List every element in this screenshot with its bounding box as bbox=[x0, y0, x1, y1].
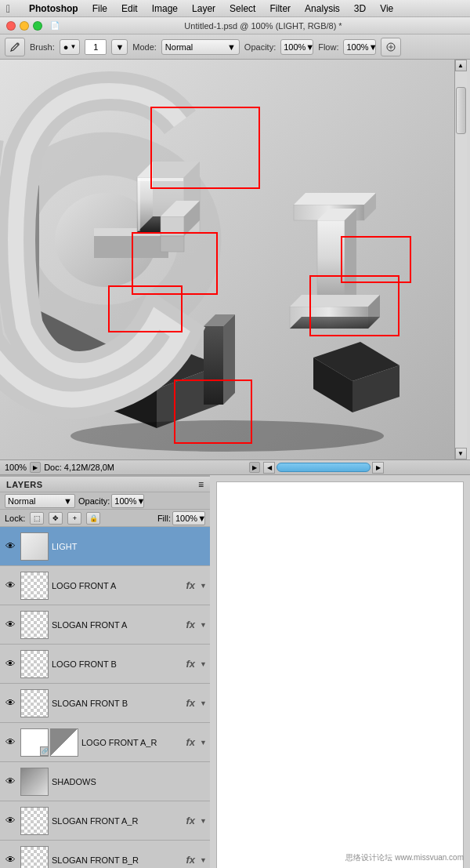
status-arrow-button[interactable]: ▶ bbox=[249, 462, 260, 473]
layer-visibility-toggle[interactable]: 👁 bbox=[3, 735, 17, 750]
maximize-button[interactable] bbox=[33, 21, 42, 31]
scroll-right-arrow[interactable]: ▶ bbox=[372, 462, 384, 474]
layer-visibility-toggle[interactable]: 👁 bbox=[3, 618, 17, 632]
menu-edit[interactable]: Edit bbox=[119, 3, 140, 14]
brush-size-input[interactable] bbox=[85, 39, 107, 55]
scroll-track-vertical[interactable] bbox=[455, 71, 467, 448]
layer-opacity-input[interactable]: 100% ▼ bbox=[111, 494, 144, 508]
brush-preset-picker[interactable]: ● ▼ bbox=[60, 39, 81, 55]
apple-logo[interactable]:  bbox=[6, 3, 17, 14]
panel-menu-button[interactable]: ≡ bbox=[198, 479, 204, 490]
svg-point-0 bbox=[17, 42, 20, 45]
vertical-scrollbar[interactable]: ▲ ▼ bbox=[454, 60, 466, 459]
scroll-down-arrow[interactable]: ▼ bbox=[455, 448, 467, 459]
scroll-left-arrow[interactable]: ◀ bbox=[263, 462, 275, 474]
layer-row[interactable]: 👁SHADOWS bbox=[0, 762, 210, 801]
canvas[interactable] bbox=[0, 60, 454, 459]
secondary-canvas[interactable]: 思络设计论坛 www.missvuan.com bbox=[216, 481, 464, 868]
menu-analysis[interactable]: Analysis bbox=[302, 3, 342, 14]
layer-row[interactable]: 👁SLOGAN FRONT Afx▼ bbox=[0, 605, 210, 645]
close-button[interactable] bbox=[6, 21, 16, 31]
brush-preview: ● bbox=[63, 42, 69, 52]
svg-rect-38 bbox=[138, 178, 140, 231]
layer-row[interactable]: 👁SLOGAN FRONT Bfx▼ bbox=[0, 684, 210, 723]
menu-filter[interactable]: Filter bbox=[267, 3, 293, 14]
lock-label: Lock: bbox=[5, 514, 25, 523]
layers-controls-bar: Normal ▼ Opacity: 100% ▼ bbox=[0, 492, 210, 510]
layer-visibility-toggle[interactable]: 👁 bbox=[3, 853, 17, 867]
layer-row[interactable]: 👁SLOGAN FRONT B_Rfx▼ bbox=[0, 841, 210, 868]
layer-visibility-toggle[interactable]: 👁 bbox=[3, 696, 17, 710]
menu-layer[interactable]: Layer bbox=[190, 3, 218, 14]
menu-view[interactable]: Vie bbox=[378, 3, 396, 14]
layer-thumb-container bbox=[20, 846, 49, 869]
layer-expand-arrow[interactable]: ▼ bbox=[200, 817, 207, 825]
lock-position-button[interactable]: ✥ bbox=[49, 512, 63, 525]
svg-marker-18 bbox=[294, 193, 376, 205]
layer-expand-arrow[interactable]: ▼ bbox=[200, 699, 207, 707]
layer-row[interactable]: 👁LOGO FRONT Afx▼ bbox=[0, 566, 210, 605]
layer-fill-control: Fill: 100% ▼ bbox=[157, 511, 205, 525]
layer-expand-arrow[interactable]: ▼ bbox=[200, 660, 207, 668]
layer-thumbnail bbox=[20, 768, 49, 796]
lock-pixels-button[interactable]: ⬚ bbox=[30, 512, 44, 525]
layers-panel: LAYERS ≡ Normal ▼ Opacity: 100% ▼ Lock: … bbox=[0, 475, 210, 868]
svg-rect-13 bbox=[161, 216, 184, 236]
opacity-control[interactable]: 100% ▼ bbox=[280, 39, 313, 55]
layer-row[interactable]: 👁LOGO FRONT Bfx▼ bbox=[0, 645, 210, 684]
lock-lock-button[interactable]: 🔒 bbox=[86, 512, 100, 525]
layer-fx-badge: fx bbox=[186, 619, 196, 630]
brush-size-dropdown[interactable]: ▼ bbox=[111, 39, 128, 55]
title-bar: 📄 Untitled-1.psd @ 100% (LIGHT, RGB/8) * bbox=[0, 17, 470, 35]
layer-name-label: LOGO FRONT A bbox=[52, 581, 183, 590]
fill-input[interactable]: 100% ▼ bbox=[172, 511, 205, 525]
layer-visibility-toggle[interactable]: 👁 bbox=[3, 539, 17, 554]
layer-expand-arrow[interactable]: ▼ bbox=[200, 739, 207, 746]
layer-thumb-container bbox=[20, 572, 49, 600]
layer-row[interactable]: 👁SLOGAN FRONT A_Rfx▼ bbox=[0, 801, 210, 841]
lock-all-button[interactable]: + bbox=[67, 512, 81, 525]
svg-point-30 bbox=[70, 420, 384, 452]
flow-arrow-icon: ▼ bbox=[369, 42, 378, 52]
layer-visibility-toggle[interactable]: 👁 bbox=[3, 814, 17, 828]
document-icon: 📄 bbox=[50, 21, 60, 30]
layer-visibility-toggle[interactable]: 👁 bbox=[3, 657, 17, 671]
layer-thumb-container bbox=[20, 650, 49, 678]
layer-opacity-value: 100% bbox=[114, 496, 136, 506]
flow-control[interactable]: 100% ▼ bbox=[343, 39, 376, 55]
layer-name-label: SLOGAN FRONT A bbox=[52, 620, 183, 630]
blend-mode-dropdown[interactable]: Normal ▼ bbox=[161, 39, 240, 55]
menu-select[interactable]: Select bbox=[227, 3, 258, 14]
layer-expand-arrow[interactable]: ▼ bbox=[200, 582, 207, 590]
scroll-thumb-horizontal[interactable] bbox=[277, 463, 371, 472]
layer-name-label: LOGO FRONT A_R bbox=[81, 738, 183, 747]
scroll-thumb-vertical[interactable] bbox=[456, 87, 466, 134]
menu-file[interactable]: File bbox=[90, 3, 110, 14]
blend-mode-value: Normal bbox=[165, 42, 193, 52]
layer-blend-mode-dropdown[interactable]: Normal ▼ bbox=[5, 494, 75, 508]
horizontal-scrollbar[interactable]: ◀ ▶ bbox=[263, 462, 465, 474]
menu-image[interactable]: Image bbox=[150, 3, 180, 14]
layer-thumbnail bbox=[20, 532, 49, 561]
opacity-label: Opacity: bbox=[244, 42, 276, 52]
layer-row[interactable]: 👁LIGHT bbox=[0, 527, 210, 566]
scroll-up-arrow[interactable]: ▲ bbox=[455, 60, 467, 71]
layer-visibility-toggle[interactable]: 👁 bbox=[3, 775, 17, 789]
fill-arrow: ▼ bbox=[197, 514, 206, 523]
minimize-button[interactable] bbox=[20, 21, 29, 31]
layer-link-icon[interactable]: 🔗 bbox=[40, 746, 49, 756]
layer-expand-arrow[interactable]: ▼ bbox=[200, 621, 207, 629]
zoom-popup-button[interactable]: ▶ bbox=[30, 462, 41, 473]
opacity-arrow-icon: ▼ bbox=[306, 42, 314, 52]
layers-list[interactable]: 👁LIGHT👁LOGO FRONT Afx▼👁SLOGAN FRONT Afx▼… bbox=[0, 527, 210, 868]
menu-photoshop[interactable]: Photoshop bbox=[27, 3, 81, 14]
traffic-lights bbox=[6, 21, 42, 31]
airbrush-button[interactable] bbox=[381, 38, 401, 56]
layers-panel-header: LAYERS ≡ bbox=[0, 477, 210, 492]
menu-3d[interactable]: 3D bbox=[352, 3, 368, 14]
opacity-value: 100% bbox=[284, 42, 306, 52]
layer-row[interactable]: 👁🔗LOGO FRONT A_Rfx▼ bbox=[0, 723, 210, 762]
brush-tool-button[interactable] bbox=[5, 38, 25, 56]
layer-expand-arrow[interactable]: ▼ bbox=[200, 856, 207, 864]
layer-visibility-toggle[interactable]: 👁 bbox=[3, 579, 17, 593]
